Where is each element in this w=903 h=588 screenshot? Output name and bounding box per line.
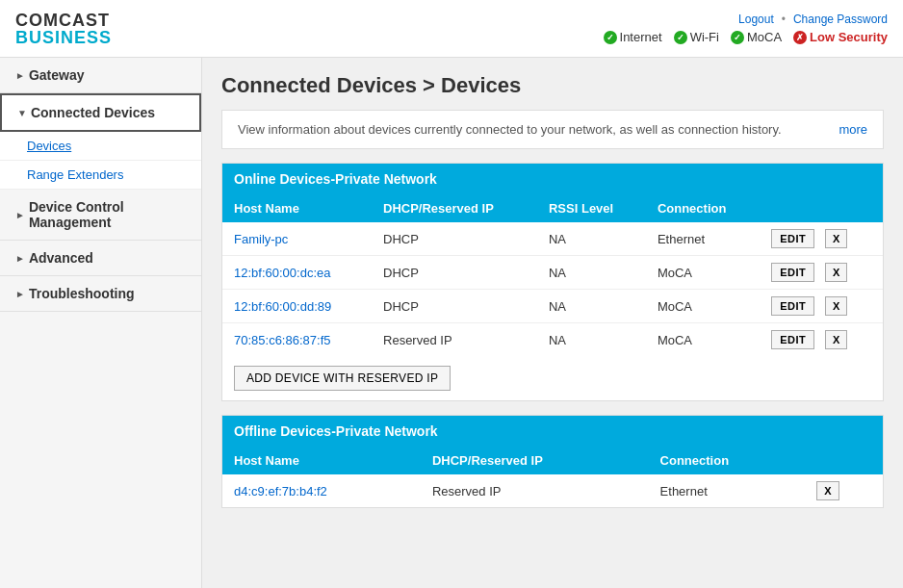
online-ip-0: DHCP [372,222,537,256]
layout: ► Gateway ▼ Connected Devices Devices Ra… [0,58,903,588]
range-extenders-label: Range Extenders [27,167,123,182]
online-host-2: 12:bf:60:00:dd:89 [222,290,372,323]
security-label: Low Security [810,30,888,44]
info-text: View information about devices currently… [238,122,782,137]
online-host-link-2[interactable]: 12:bf:60:00:dd:89 [234,299,331,314]
sidebar-sub-item-devices[interactable]: Devices [0,132,201,161]
devices-label: Devices [27,139,71,153]
add-reserved-row: ADD DEVICE WITH RESERVED IP [222,356,883,400]
wifi-label: Wi-Fi [690,30,719,44]
delete-button-2[interactable]: X [825,296,847,316]
online-conn-2: MoCA [646,290,760,323]
change-password-link[interactable]: Change Password [793,13,888,26]
device-control-label: Device Control Management [29,199,186,230]
online-rssi-2: NA [537,290,646,323]
offline-delete-button-0[interactable]: X [816,481,838,500]
offline-col-hostname: Host Name [222,447,421,474]
online-host-3: 70:85:c6:86:87:f5 [222,323,372,357]
online-table-header-row: Host Name DHCP/Reserved IP RSSI Level Co… [222,194,883,222]
internet-ok-icon: ✓ [604,31,617,44]
online-conn-1: MoCA [646,256,760,290]
col-rssi: RSSI Level [537,194,646,222]
offline-devices-section: Offline Devices-Private Network Host Nam… [221,415,884,508]
sidebar-item-connected-devices[interactable]: ▼ Connected Devices [0,93,201,132]
connected-devices-label: Connected Devices [31,105,155,120]
device-control-arrow: ► [15,210,25,220]
offline-conn-0: Ethernet [649,474,806,507]
status-moca: ✓ MoCA [731,30,782,44]
offline-table-row: d4:c9:ef:7b:b4:f2 Reserved IP Ethernet X [222,474,883,507]
col-actions [760,194,883,222]
online-ip-2: DHCP [372,290,537,323]
offline-actions-0: X [805,474,883,507]
online-table-row: 12:bf:60:00:dd:89 DHCP NA MoCA EDIT X [222,290,883,323]
header-right: Logout • Change Password ✓ Internet ✓ Wi… [604,13,888,44]
status-wifi: ✓ Wi-Fi [674,30,719,44]
online-rssi-0: NA [537,222,646,256]
online-ip-3: Reserved IP [372,323,537,357]
online-host-1: 12:bf:60:00:dc:ea [222,256,372,290]
advanced-arrow: ► [15,253,25,264]
online-host-link-1[interactable]: 12:bf:60:00:dc:ea [234,266,330,280]
sidebar: ► Gateway ▼ Connected Devices Devices Ra… [0,58,202,588]
logo-comcast: COMCAST [15,12,112,29]
troubleshooting-label: Troubleshooting [29,286,135,301]
online-actions-2: EDIT X [760,290,883,323]
edit-button-3[interactable]: EDIT [771,330,814,349]
online-host-link-0[interactable]: Family-pc [234,232,288,246]
more-link[interactable]: more [838,122,867,137]
moca-ok-icon: ✓ [731,31,744,44]
offline-host-0: d4:c9:ef:7b:b4:f2 [222,474,421,507]
main-content: Connected Devices > Devices View informa… [202,58,903,588]
internet-label: Internet [620,30,662,44]
sidebar-item-advanced[interactable]: ► Advanced [0,241,201,276]
online-ip-1: DHCP [372,256,537,290]
sidebar-item-troubleshooting[interactable]: ► Troubleshooting [0,276,201,312]
online-table-row: 12:bf:60:00:dc:ea DHCP NA MoCA EDIT X [222,256,883,290]
status-security: ✗ Low Security [793,30,888,44]
logo-business: BUSINESS [15,29,112,46]
header-links: Logout • Change Password [738,13,888,26]
troubleshooting-arrow: ► [15,289,25,299]
online-actions-3: EDIT X [760,323,883,357]
moca-label: MoCA [747,30,782,44]
online-table-row: Family-pc DHCP NA Ethernet EDIT X [222,222,883,256]
sidebar-item-gateway[interactable]: ► Gateway [0,58,201,93]
sidebar-sub-item-range-extenders[interactable]: Range Extenders [0,161,201,190]
offline-ip-0: Reserved IP [421,474,649,507]
online-actions-0: EDIT X [760,222,883,256]
info-box: View information about devices currently… [221,110,884,149]
offline-host-link-0[interactable]: d4:c9:ef:7b:b4:f2 [234,484,327,499]
offline-devices-table: Host Name DHCP/Reserved IP Connection d4… [222,447,883,507]
online-table-row: 70:85:c6:86:87:f5 Reserved IP NA MoCA ED… [222,323,883,357]
online-actions-1: EDIT X [760,256,883,290]
online-rssi-1: NA [537,256,646,290]
page-title: Connected Devices > Devices [221,73,884,98]
col-dhcp: DHCP/Reserved IP [372,194,537,222]
logout-link[interactable]: Logout [738,13,774,26]
sidebar-item-device-control[interactable]: ► Device Control Management [0,190,201,241]
online-devices-section: Online Devices-Private Network Host Name… [221,163,884,401]
offline-devices-heading: Offline Devices-Private Network [222,416,883,447]
online-devices-table: Host Name DHCP/Reserved IP RSSI Level Co… [222,194,883,356]
online-conn-0: Ethernet [646,222,760,256]
gateway-arrow: ► [15,70,25,81]
delete-button-1[interactable]: X [825,263,847,282]
status-internet: ✓ Internet [604,30,662,44]
logo: COMCAST BUSINESS [15,12,112,46]
offline-table-header-row: Host Name DHCP/Reserved IP Connection [222,447,883,474]
edit-button-0[interactable]: EDIT [771,229,814,248]
status-bar: ✓ Internet ✓ Wi-Fi ✓ MoCA ✗ Low Security [604,30,888,44]
header: COMCAST BUSINESS Logout • Change Passwor… [0,0,903,58]
delete-button-0[interactable]: X [825,229,847,248]
online-rssi-3: NA [537,323,646,357]
online-host-0: Family-pc [222,222,372,256]
delete-button-3[interactable]: X [825,330,847,349]
edit-button-2[interactable]: EDIT [771,296,814,316]
edit-button-1[interactable]: EDIT [771,263,814,282]
security-err-icon: ✗ [793,31,807,44]
online-host-link-3[interactable]: 70:85:c6:86:87:f5 [234,333,330,347]
add-device-reserved-button[interactable]: ADD DEVICE WITH RESERVED IP [234,366,451,391]
offline-col-dhcp: DHCP/Reserved IP [421,447,649,474]
online-conn-3: MoCA [646,323,760,357]
